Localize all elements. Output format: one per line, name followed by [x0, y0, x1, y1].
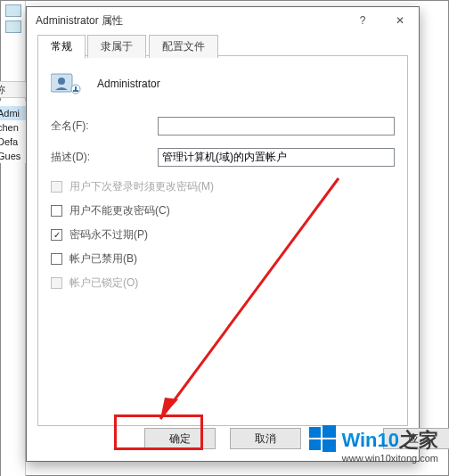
checkbox-label: 用户下次登录时须更改密码(M) [69, 179, 214, 194]
properties-dialog: Administrator 属性 ? ✕ 常规 隶属于 配置文件 Adminis… [26, 6, 420, 462]
check-icon: ✓ [53, 231, 61, 240]
parent-toolbar [1, 1, 26, 476]
svg-point-1 [58, 78, 65, 85]
checkbox-box: ✓ [51, 229, 62, 241]
watermark-text: Win10之家 [341, 427, 438, 454]
watermark: Win10之家 www.win10xitong.com [309, 425, 438, 464]
dialog-title: Administrator 属性 [36, 13, 123, 29]
checkbox-label: 密码永不过期(P) [69, 227, 148, 242]
cancel-button[interactable]: 取消 [230, 428, 301, 449]
toolbar-icon-2[interactable] [5, 21, 21, 33]
fullname-label: 全名(F): [51, 119, 158, 134]
checkbox-neverexpire[interactable]: ✓ 密码永不过期(P) [51, 227, 395, 242]
close-icon: ✕ [396, 14, 404, 27]
checkbox-locked: 帐户已锁定(O) [51, 275, 395, 291]
tab-strip: 常规 隶属于 配置文件 [37, 34, 408, 56]
user-icon [51, 69, 81, 99]
windows-logo-icon [309, 425, 336, 455]
close-button[interactable]: ✕ [381, 8, 419, 33]
help-button[interactable]: ? [344, 8, 381, 33]
tab-panel-general: Administrator 全名(F): 描述(D): 用户下次登录时须更改密码… [37, 56, 408, 426]
help-icon: ? [360, 14, 366, 27]
dialog-titlebar[interactable]: Administrator 属性 ? ✕ [27, 7, 419, 34]
description-label: 描述(D): [51, 150, 158, 165]
tab-general[interactable]: 常规 [37, 35, 86, 59]
checkbox-cannotchange[interactable]: 用户不能更改密码(C) [51, 203, 395, 218]
checkbox-label: 用户不能更改密码(C) [69, 203, 170, 218]
cancel-button-label: 取消 [255, 431, 276, 447]
description-input[interactable] [158, 148, 395, 167]
checkbox-disabled[interactable]: 帐户已禁用(B) [51, 251, 395, 267]
fullname-input[interactable] [158, 117, 395, 135]
checkbox-box [51, 277, 62, 289]
svg-rect-3 [75, 86, 77, 90]
checkbox-label: 帐户已禁用(B) [69, 251, 137, 267]
tab-profile[interactable]: 配置文件 [149, 35, 218, 58]
user-name-heading: Administrator [97, 78, 160, 90]
ok-button-label: 确定 [169, 431, 191, 447]
checkbox-box [51, 181, 62, 193]
svg-rect-9 [309, 439, 321, 450]
checkbox-mustchange: 用户下次登录时须更改密码(M) [51, 179, 395, 194]
ok-button[interactable]: 确定 [144, 428, 216, 449]
tab-memberof[interactable]: 隶属于 [87, 35, 146, 58]
checkbox-box [51, 205, 62, 217]
parent-list-header: 称 [0, 81, 28, 98]
svg-rect-7 [309, 427, 321, 438]
checkbox-label: 帐户已锁定(O) [69, 275, 138, 291]
checkbox-box [51, 253, 62, 265]
svg-rect-8 [322, 425, 336, 438]
svg-rect-10 [322, 439, 336, 452]
toolbar-icon-1[interactable] [5, 4, 21, 17]
svg-rect-4 [73, 90, 78, 92]
